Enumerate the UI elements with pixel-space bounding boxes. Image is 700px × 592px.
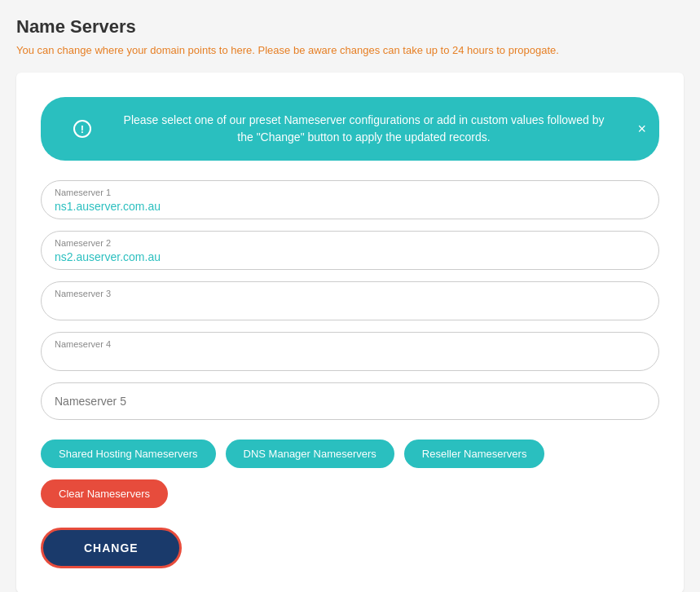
- page-subtitle: You can change where your domain points …: [16, 44, 684, 56]
- nameserver-4-label: Nameserver 4: [55, 339, 645, 349]
- nameserver-3-input[interactable]: [55, 301, 645, 314]
- shared-hosting-nameservers-button[interactable]: Shared Hosting Nameservers: [41, 440, 216, 468]
- change-button[interactable]: CHANGE: [41, 528, 182, 568]
- nameserver-1-label: Nameserver 1: [55, 188, 645, 197]
- dns-manager-nameservers-button[interactable]: DNS Manager Nameservers: [226, 440, 394, 468]
- page-title: Name Servers: [16, 16, 684, 38]
- nameserver-4-input[interactable]: [55, 351, 645, 364]
- clear-nameservers-button[interactable]: Clear Nameservers: [41, 479, 168, 508]
- main-card: ! Please select one of our preset Namese…: [16, 73, 684, 592]
- alert-banner: ! Please select one of our preset Namese…: [41, 97, 659, 161]
- nameserver-5-input[interactable]: [41, 382, 659, 420]
- nameserver-5-group: [41, 382, 659, 420]
- nameserver-4-group: Nameserver 4: [41, 332, 659, 371]
- alert-icon: !: [73, 120, 91, 138]
- nameserver-1-input[interactable]: [55, 200, 645, 213]
- alert-text: Please select one of our preset Nameserv…: [101, 112, 627, 146]
- alert-close-button[interactable]: ×: [637, 121, 646, 136]
- clear-button-row: Clear Nameservers: [41, 479, 659, 508]
- nameserver-2-group: Nameserver 2: [41, 231, 659, 270]
- nameserver-1-group: Nameserver 1: [41, 180, 659, 219]
- reseller-nameservers-button[interactable]: Reseller Nameservers: [404, 440, 545, 468]
- nameserver-2-label: Nameserver 2: [55, 238, 645, 248]
- nameserver-3-label: Nameserver 3: [55, 289, 645, 298]
- nameserver-2-input[interactable]: [55, 250, 645, 263]
- nameserver-3-group: Nameserver 3: [41, 281, 659, 320]
- change-button-row: CHANGE: [41, 528, 659, 568]
- preset-buttons-row: Shared Hosting Nameservers DNS Manager N…: [41, 440, 659, 468]
